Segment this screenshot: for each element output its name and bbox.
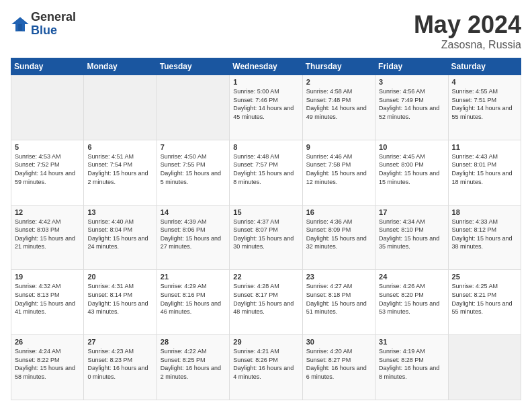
calendar-cell: 1Sunrise: 5:00 AMSunset: 7:46 PMDaylight… [230, 75, 302, 140]
calendar-cell: 7Sunrise: 4:50 AMSunset: 7:55 PMDaylight… [157, 140, 229, 205]
day-number: 19 [15, 273, 80, 281]
calendar-week-row: 26Sunrise: 4:24 AMSunset: 8:22 PMDayligh… [11, 335, 521, 400]
cell-text: Sunrise: 4:48 AMSunset: 7:57 PMDaylight:… [233, 152, 298, 186]
logo-icon [11, 15, 30, 34]
logo-text: General Blue [31, 11, 76, 38]
cell-text: Sunrise: 4:27 AMSunset: 8:18 PMDaylight:… [306, 282, 371, 316]
day-number: 26 [15, 338, 80, 346]
cell-text: Sunrise: 4:53 AMSunset: 7:52 PMDaylight:… [15, 152, 80, 186]
cell-text: Sunrise: 4:56 AMSunset: 7:49 PMDaylight:… [379, 87, 444, 121]
calendar-cell: 25Sunrise: 4:25 AMSunset: 8:21 PMDayligh… [448, 270, 521, 335]
day-number: 11 [452, 143, 517, 151]
cell-text: Sunrise: 4:19 AMSunset: 8:28 PMDaylight:… [379, 347, 444, 381]
calendar-cell: 22Sunrise: 4:28 AMSunset: 8:17 PMDayligh… [230, 270, 302, 335]
cell-text: Sunrise: 4:20 AMSunset: 8:27 PMDaylight:… [306, 347, 371, 381]
day-number: 3 [379, 78, 444, 86]
cell-text: Sunrise: 4:58 AMSunset: 7:48 PMDaylight:… [306, 87, 371, 121]
day-number: 13 [87, 208, 152, 216]
cell-text: Sunrise: 4:39 AMSunset: 8:06 PMDaylight:… [161, 218, 226, 251]
calendar-cell: 26Sunrise: 4:24 AMSunset: 8:22 PMDayligh… [11, 335, 84, 400]
weekday-header-monday: Monday [84, 58, 157, 75]
cell-text: Sunrise: 4:29 AMSunset: 8:16 PMDaylight:… [161, 282, 226, 316]
day-number: 27 [87, 338, 152, 346]
calendar-cell: 4Sunrise: 4:55 AMSunset: 7:51 PMDaylight… [448, 75, 521, 140]
calendar-cell: 20Sunrise: 4:31 AMSunset: 8:14 PMDayligh… [84, 270, 157, 335]
calendar-cell: 27Sunrise: 4:23 AMSunset: 8:23 PMDayligh… [84, 335, 157, 400]
cell-text: Sunrise: 4:24 AMSunset: 8:22 PMDaylight:… [15, 347, 80, 381]
day-number: 18 [452, 208, 517, 216]
calendar-cell: 3Sunrise: 4:56 AMSunset: 7:49 PMDaylight… [375, 75, 448, 140]
cell-text: Sunrise: 4:45 AMSunset: 8:00 PMDaylight:… [379, 152, 444, 186]
logo-general-label: General [31, 11, 76, 24]
calendar-cell: 16Sunrise: 4:36 AMSunset: 8:09 PMDayligh… [302, 205, 375, 270]
cell-text: Sunrise: 4:21 AMSunset: 8:26 PMDaylight:… [233, 347, 298, 381]
cell-text: Sunrise: 4:40 AMSunset: 8:04 PMDaylight:… [87, 218, 152, 251]
cell-text: Sunrise: 4:42 AMSunset: 8:03 PMDaylight:… [15, 218, 80, 251]
calendar-cell: 8Sunrise: 4:48 AMSunset: 7:57 PMDaylight… [230, 140, 302, 205]
cell-text: Sunrise: 5:00 AMSunset: 7:46 PMDaylight:… [233, 87, 298, 121]
logo-blue-label: Blue [31, 24, 76, 38]
day-number: 28 [161, 338, 226, 346]
calendar-cell: 30Sunrise: 4:20 AMSunset: 8:27 PMDayligh… [302, 335, 375, 400]
weekday-header-wednesday: Wednesday [230, 58, 302, 75]
cell-text: Sunrise: 4:31 AMSunset: 8:14 PMDaylight:… [87, 282, 152, 316]
calendar-cell: 15Sunrise: 4:37 AMSunset: 8:07 PMDayligh… [230, 205, 302, 270]
day-number: 5 [15, 143, 80, 151]
logo: General Blue [11, 11, 76, 38]
calendar-cell: 5Sunrise: 4:53 AMSunset: 7:52 PMDaylight… [11, 140, 84, 205]
weekday-header-friday: Friday [375, 58, 448, 75]
calendar-cell: 6Sunrise: 4:51 AMSunset: 7:54 PMDaylight… [84, 140, 157, 205]
day-number: 4 [452, 78, 517, 86]
calendar-table: SundayMondayTuesdayWednesdayThursdayFrid… [11, 58, 521, 400]
calendar-cell: 24Sunrise: 4:26 AMSunset: 8:20 PMDayligh… [375, 270, 448, 335]
header: General Blue May 2024 Zasosna, Russia [11, 11, 521, 51]
cell-text: Sunrise: 4:23 AMSunset: 8:23 PMDaylight:… [87, 347, 152, 381]
day-number: 21 [161, 273, 226, 281]
day-number: 20 [87, 273, 152, 281]
cell-text: Sunrise: 4:28 AMSunset: 8:17 PMDaylight:… [233, 282, 298, 316]
calendar-cell: 2Sunrise: 4:58 AMSunset: 7:48 PMDaylight… [302, 75, 375, 140]
day-number: 30 [306, 338, 371, 346]
calendar-cell: 11Sunrise: 4:43 AMSunset: 8:01 PMDayligh… [448, 140, 521, 205]
cell-text: Sunrise: 4:46 AMSunset: 7:58 PMDaylight:… [306, 152, 371, 186]
calendar-cell: 29Sunrise: 4:21 AMSunset: 8:26 PMDayligh… [230, 335, 302, 400]
calendar-cell: 28Sunrise: 4:22 AMSunset: 8:25 PMDayligh… [157, 335, 229, 400]
weekday-header-tuesday: Tuesday [157, 58, 229, 75]
cell-text: Sunrise: 4:33 AMSunset: 8:12 PMDaylight:… [452, 218, 517, 251]
weekday-header-saturday: Saturday [448, 58, 521, 75]
page: General Blue May 2024 Zasosna, Russia Su… [0, 0, 532, 411]
calendar-cell: 12Sunrise: 4:42 AMSunset: 8:03 PMDayligh… [11, 205, 84, 270]
calendar-cell: 31Sunrise: 4:19 AMSunset: 8:28 PMDayligh… [375, 335, 448, 400]
weekday-header-thursday: Thursday [302, 58, 375, 75]
calendar-cell [448, 335, 521, 400]
calendar-cell [157, 75, 229, 140]
cell-text: Sunrise: 4:22 AMSunset: 8:25 PMDaylight:… [161, 347, 226, 381]
cell-text: Sunrise: 4:25 AMSunset: 8:21 PMDaylight:… [452, 282, 517, 316]
calendar-cell: 10Sunrise: 4:45 AMSunset: 8:00 PMDayligh… [375, 140, 448, 205]
calendar-cell: 9Sunrise: 4:46 AMSunset: 7:58 PMDaylight… [302, 140, 375, 205]
calendar-cell [11, 75, 84, 140]
day-number: 6 [87, 143, 152, 151]
calendar-cell: 14Sunrise: 4:39 AMSunset: 8:06 PMDayligh… [157, 205, 229, 270]
day-number: 16 [306, 208, 371, 216]
calendar-week-row: 5Sunrise: 4:53 AMSunset: 7:52 PMDaylight… [11, 140, 521, 205]
day-number: 17 [379, 208, 444, 216]
day-number: 24 [379, 273, 444, 281]
day-number: 1 [233, 78, 298, 86]
cell-text: Sunrise: 4:32 AMSunset: 8:13 PMDaylight:… [15, 282, 80, 316]
title-block: May 2024 Zasosna, Russia [414, 11, 521, 51]
calendar-header-row: SundayMondayTuesdayWednesdayThursdayFrid… [11, 58, 521, 75]
title-month: May 2024 [414, 11, 521, 39]
weekday-header-sunday: Sunday [11, 58, 84, 75]
calendar-cell [84, 75, 157, 140]
cell-text: Sunrise: 4:43 AMSunset: 8:01 PMDaylight:… [452, 152, 517, 186]
cell-text: Sunrise: 4:34 AMSunset: 8:10 PMDaylight:… [379, 218, 444, 251]
calendar-cell: 18Sunrise: 4:33 AMSunset: 8:12 PMDayligh… [448, 205, 521, 270]
calendar-cell: 23Sunrise: 4:27 AMSunset: 8:18 PMDayligh… [302, 270, 375, 335]
calendar-cell: 13Sunrise: 4:40 AMSunset: 8:04 PMDayligh… [84, 205, 157, 270]
cell-text: Sunrise: 4:51 AMSunset: 7:54 PMDaylight:… [87, 152, 152, 186]
day-number: 25 [452, 273, 517, 281]
title-location: Zasosna, Russia [414, 39, 521, 51]
day-number: 23 [306, 273, 371, 281]
day-number: 10 [379, 143, 444, 151]
